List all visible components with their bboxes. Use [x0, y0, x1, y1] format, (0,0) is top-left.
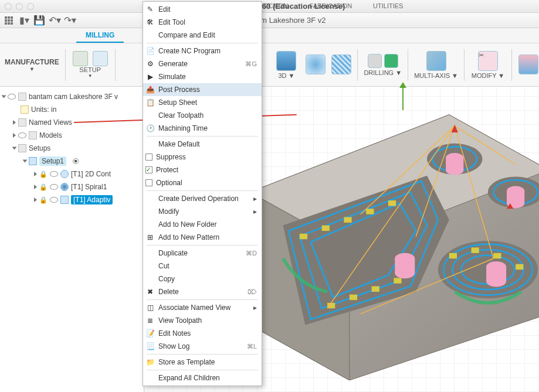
- ctx-protect[interactable]: Protect: [143, 163, 262, 176]
- svg-rect-21: [300, 234, 307, 239]
- ctx-make-default[interactable]: Make Default: [143, 138, 262, 151]
- op-spiral-icon: [60, 183, 69, 191]
- op-contour-icon: [60, 170, 69, 178]
- svg-rect-33: [516, 264, 523, 270]
- ctx-copy[interactable]: Copy: [143, 272, 262, 285]
- svg-rect-28: [372, 286, 379, 291]
- ctx-view-toolpath[interactable]: ≣View Toolpath: [143, 314, 262, 327]
- sheet-icon: 📋: [145, 98, 155, 107]
- tree-root[interactable]: bantam cam Lakeshore 3F v: [2, 90, 141, 103]
- ctx-add-folder[interactable]: Add to New Folder: [143, 218, 262, 231]
- simulate-icon: ▶: [145, 72, 155, 81]
- svg-rect-29: [394, 278, 401, 283]
- tree-setup1[interactable]: Setup1: [2, 155, 141, 168]
- ctx-setup-sheet[interactable]: 📋Setup Sheet: [143, 96, 262, 109]
- eye-icon[interactable]: [8, 94, 16, 100]
- tree-named-views[interactable]: Named Views: [2, 116, 141, 129]
- ribbon-eraser-button[interactable]: [518, 46, 539, 84]
- svg-rect-25: [388, 200, 396, 206]
- eye-icon[interactable]: [50, 197, 58, 203]
- setup-icon: [29, 157, 37, 165]
- svg-point-36: [446, 165, 463, 175]
- post-icon: 📤: [145, 85, 155, 94]
- ribbon-drilling-button[interactable]: DRILLING ▼: [364, 46, 402, 84]
- drill-icon: [368, 54, 382, 68]
- ribbon-tabstrip: MILLING ECTION FABRICATION UTILITIES: [0, 28, 539, 43]
- eraser-icon: [518, 54, 538, 74]
- 3d-icon: [276, 51, 296, 71]
- notes-icon: 📝: [145, 329, 155, 338]
- ctx-store-template[interactable]: 📁Store as Template: [143, 356, 262, 369]
- pencil-icon: ✎: [145, 5, 155, 14]
- ctx-compare[interactable]: Compare and Edit: [143, 29, 262, 42]
- clock-icon: 🕑: [145, 124, 155, 133]
- tree-models[interactable]: Models: [2, 129, 141, 142]
- ctx-create-nc[interactable]: 📄Create NC Program: [143, 45, 262, 57]
- svg-point-45: [486, 276, 506, 287]
- ctx-modify[interactable]: Modify▸: [143, 205, 262, 218]
- lock-icon: 🔒: [39, 171, 48, 178]
- folder-icon: [18, 118, 26, 127]
- delete-icon: ✖: [145, 287, 155, 296]
- spiral-icon: [306, 54, 326, 74]
- tree-units[interactable]: Units: in: [2, 103, 141, 116]
- ctx-clear-toolpath[interactable]: Clear Toolpath: [143, 109, 262, 122]
- tree-op-spiral[interactable]: 🔒[T1] Spiral1: [2, 180, 141, 193]
- ribbon-cat-fabrication: FABRICATION: [310, 2, 352, 9]
- ribbon-multiaxis-button[interactable]: MULTI-AXIS ▼: [414, 46, 458, 84]
- setups-icon: [18, 144, 26, 152]
- tab-milling[interactable]: MILLING: [76, 29, 124, 43]
- workspace-switcher[interactable]: MANUFACTURE ▼: [5, 46, 59, 84]
- ctx-generate[interactable]: ⚙Generate⌘G: [143, 57, 262, 70]
- ctx-add-pattern[interactable]: ⊞Add to New Pattern: [143, 231, 262, 244]
- setup-button[interactable]: SETUP▼: [72, 46, 109, 84]
- ribbon: MANUFACTURE ▼ SETUP▼ 3D ▼ DRILLING ▼ MUL…: [0, 43, 539, 87]
- ctx-machining-time[interactable]: 🕑Machining Time: [143, 122, 262, 135]
- view-icon: ◫: [145, 303, 155, 312]
- svg-rect-24: [366, 209, 374, 214]
- ribbon-cat-utilities: UTILITIES: [373, 2, 403, 9]
- active-setup-radio[interactable]: [73, 158, 79, 164]
- tree-op-adaptive[interactable]: 🔒[T1] Adaptiv: [2, 193, 141, 206]
- svg-rect-23: [344, 217, 351, 222]
- ctx-cut[interactable]: Cut: [143, 260, 262, 272]
- eye-icon[interactable]: [50, 184, 58, 190]
- ctx-edit[interactable]: ✎Edit: [143, 3, 262, 16]
- template-icon: 📁: [145, 357, 155, 367]
- checkbox-icon[interactable]: [145, 154, 152, 161]
- hole-icon: [384, 54, 398, 68]
- ctx-show-log[interactable]: 📃Show Log⌘L: [143, 340, 262, 353]
- eye-icon[interactable]: [18, 132, 26, 138]
- ctx-post-process[interactable]: 📤Post Process: [143, 83, 262, 96]
- ribbon-modify-button[interactable]: ✂ MODIFY ▼: [470, 46, 506, 84]
- ctx-edit-notes[interactable]: 📝Edit Notes: [143, 327, 262, 340]
- quick-access-toolbar: ▮▾ 💾 ↶▾ ↷▾ bantam cam Lakeshore 3F v2: [0, 13, 539, 28]
- ctx-optional[interactable]: Optional: [143, 176, 262, 189]
- toolpath-icon: ≣: [145, 316, 155, 325]
- ribbon-3d-button[interactable]: 3D ▼: [273, 46, 300, 84]
- tree-setups[interactable]: Setups: [2, 142, 141, 155]
- component-icon: [18, 93, 26, 101]
- setup-folder-icon: [73, 51, 88, 66]
- ctx-assoc-view[interactable]: ◫Associate Named View▸: [143, 301, 262, 314]
- parallel-icon: [331, 54, 351, 74]
- ctx-delete[interactable]: ✖Delete⌦: [143, 285, 262, 298]
- ctx-suppress[interactable]: Suppress: [143, 151, 262, 163]
- ctx-expand-children[interactable]: Expand All Children: [143, 371, 262, 384]
- tree-op-2dcontour[interactable]: 🔒[T1] 2D Cont: [2, 168, 141, 180]
- ribbon-op3-button[interactable]: [331, 46, 351, 84]
- ctx-simulate[interactable]: ▶Simulate: [143, 70, 262, 83]
- ribbon-op2-button[interactable]: [306, 46, 326, 84]
- checkbox-icon[interactable]: [145, 179, 152, 186]
- generate-icon: ⚙: [145, 59, 155, 69]
- eye-icon[interactable]: [50, 171, 58, 177]
- svg-rect-31: [472, 247, 479, 253]
- svg-rect-22: [322, 226, 330, 231]
- context-menu: ✎Edit 🛠Edit Tool Compare and Edit 📄Creat…: [143, 1, 262, 386]
- log-icon: 📃: [145, 342, 155, 351]
- ctx-edit-tool[interactable]: 🛠Edit Tool: [143, 16, 262, 29]
- multiaxis-icon: [426, 51, 446, 71]
- ctx-derived[interactable]: Create Derived Operation▸: [143, 192, 262, 205]
- checkbox-checked-icon[interactable]: [145, 166, 152, 173]
- ctx-duplicate[interactable]: Duplicate⌘D: [143, 247, 262, 260]
